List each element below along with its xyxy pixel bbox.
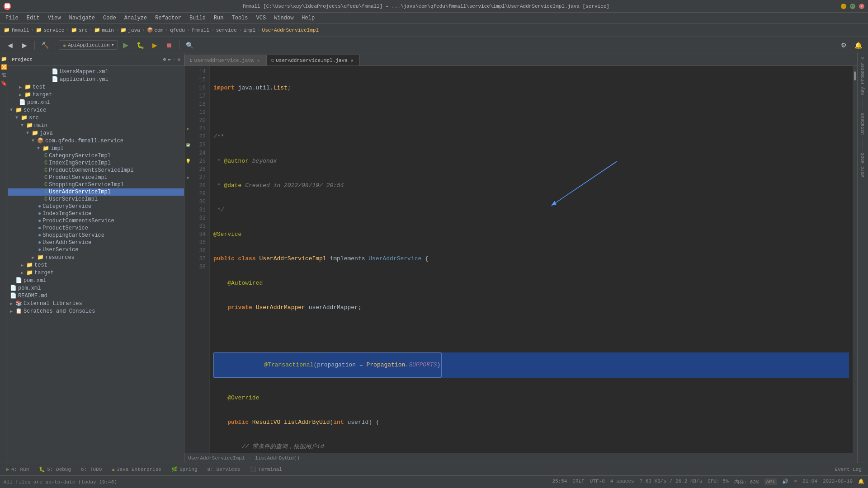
tab-useraddr-service[interactable]: I UserAddrService.java ✕ [184,55,266,66]
menu-run[interactable]: Run [210,14,227,22]
tree-item-pom2[interactable]: 📄 pom.xml [8,277,184,284]
menu-navigate[interactable]: Navigate [65,14,99,22]
tree-item-useraddr-impl[interactable]: C UserAddrServiceImpl [8,188,184,196]
nav-fmmall2[interactable]: fmmall [192,28,210,33]
database-label[interactable]: Database [859,111,866,136]
tree-item-indeximg-iface[interactable]: ● IndexImgService [8,210,184,217]
word-book-label[interactable]: Word Book [859,151,866,179]
nav-qfedu[interactable]: qfedu [170,28,185,33]
gear-icon[interactable]: ⚙ [163,56,166,62]
menu-refactor[interactable]: Refactor [151,14,185,22]
nav-main[interactable]: 📁 main [94,27,113,33]
bookmark-icon[interactable]: 🔖 [0,80,8,87]
tree-item-application-yml[interactable]: 📄 application.yml [8,75,184,83]
tree-item-category-iface[interactable]: ● CategoryService [8,203,184,210]
tree-item-scratches[interactable]: ▶ 📋 Scratches and Consoles [8,307,184,315]
tree-item-service[interactable]: ▼ 📁 service [8,106,184,114]
forward-button[interactable]: ▶ [18,39,31,52]
notification-icon[interactable]: 🔔 [858,479,864,485]
tree-item-user-impl[interactable]: C UserServiceImpl [8,196,184,203]
tree-item-product-impl[interactable]: C ProductServiceImpl [8,174,184,181]
volume-icon[interactable]: 🔊 [782,479,788,485]
stop-button[interactable]: ⏹ [163,39,175,52]
keyboard-icon[interactable]: ⌨ [794,479,797,485]
tree-item-src[interactable]: ▼ 📁 src [8,114,184,122]
tab-close-icon[interactable]: ✕ [256,58,261,63]
nav-service2[interactable]: service [216,28,237,33]
nav-impl[interactable]: impl [244,28,255,33]
expand-icon[interactable]: ⇔ [168,56,171,62]
encoding[interactable]: UTF-8 [590,479,605,485]
vcs-icon[interactable]: 🔀 [0,63,8,70]
nav-class[interactable]: UserAddrServiceImpl [262,28,319,33]
tree-item-test[interactable]: ▶ 📁 test [8,83,184,91]
notifications-button[interactable]: 🔔 [852,39,864,52]
menu-tools[interactable]: Tools [228,14,252,22]
tab-close-icon[interactable]: ✕ [349,58,355,63]
run-button[interactable]: ▶ [119,39,132,52]
menu-file[interactable]: File [2,14,22,22]
line-ending[interactable]: CRLF [572,479,584,485]
key-promoter-label[interactable]: Key Promoter X [859,55,866,97]
menu-analyze[interactable]: Analyze [121,14,151,22]
tree-item-category-impl[interactable]: C CategoryServiceImpl [8,152,184,160]
tree-item-ext-libs[interactable]: ▶ 📚 External Libraries [8,300,184,307]
tree-item-productcomments-impl[interactable]: C ProductCommentsServiceImpl [8,167,184,174]
tree-item-productcomments-iface[interactable]: ● ProductCommentsService [8,217,184,225]
menu-window[interactable]: Window [270,14,297,22]
menu-build[interactable]: Build [186,14,209,22]
nav-java[interactable]: 📁 java [120,27,140,33]
tree-item-shoppingcart-iface[interactable]: ● ShoppingCartService [8,232,184,239]
tree-item-main[interactable]: ▼ 📁 main [8,122,184,129]
nav-src[interactable]: 📁 src [71,27,88,33]
tree-item-pom-first[interactable]: 📄 pom.xml [8,99,184,106]
tree-item-indeximg-impl[interactable]: C IndexImgServiceImpl [8,160,184,167]
tree-item-test2[interactable]: ▶ 📁 test [8,261,184,269]
settings-button[interactable]: ⚙ [837,39,850,52]
tab-event-log[interactable]: Event Log [830,466,866,473]
menu-vcs[interactable]: VCS [253,14,270,22]
back-button[interactable]: ◀ [4,39,16,52]
structure-icon[interactable]: 🏗 [0,71,8,79]
build-button[interactable]: 🔨 [38,39,51,52]
maximize-button[interactable]: □ [850,4,855,9]
tree-item-target[interactable]: ▶ 📁 target [8,91,184,99]
tree-item-user-iface[interactable]: ● UserService [8,246,184,253]
tab-services[interactable]: 8: Services [203,466,245,473]
coverage-button[interactable]: ▶ [148,39,161,52]
tree-item-package[interactable]: ▼ 📦 com.qfedu.fmmall.service [8,137,184,145]
tree-item-shoppingcart-impl[interactable]: C ShoppingCartServiceImpl [8,181,184,188]
close-button[interactable]: ✕ [859,4,864,9]
nav-com[interactable]: 📦 com [147,27,164,33]
debug-button[interactable]: 🐛 [134,39,146,52]
close-sidebar-icon[interactable]: ✕ [177,56,180,62]
gutter-run-27[interactable]: ▶ [184,174,192,182]
code-editor[interactable]: ▶ 💡 ▶ [184,66,857,453]
menu-view[interactable]: View [44,14,65,22]
indent[interactable]: 4 spaces [610,479,634,485]
gutter-run-21[interactable]: ▶ [184,125,192,133]
collapse-icon[interactable]: ≡ [173,56,176,62]
tab-debug[interactable]: 🐛 5: Debug [34,465,75,473]
tab-java-enterprise[interactable]: ☕ Java Enterprise [107,465,166,473]
tree-item-pom3[interactable]: 📄 pom.xml [8,284,184,292]
menu-help[interactable]: Help [298,14,318,22]
tab-spring[interactable]: 🌿 Spring [167,465,202,473]
tree-item-users-mapper[interactable]: 📄 UsersMapper.xml [8,68,184,75]
tab-run[interactable]: ▶ 4: Run [2,465,33,473]
run-configuration[interactable]: ☕ ApiApplication ▼ [59,40,118,50]
tree-item-resources[interactable]: ▶ 📁 resources [8,253,184,261]
menu-edit[interactable]: Edit [23,14,43,22]
search-everywhere-button[interactable]: 🔍 [183,39,196,52]
nav-fmmall[interactable]: 📁 fmmall [4,27,29,33]
tree-item-product-iface[interactable]: ● ProductService [8,225,184,232]
tree-item-readme[interactable]: 📄 README.md [8,292,184,300]
tree-item-target2[interactable]: ▶ 📁 target [8,269,184,277]
tab-terminal[interactable]: ⬛ Terminal [245,465,287,473]
nav-service[interactable]: 📁 service [36,27,64,33]
project-icon[interactable]: 📁 [0,55,8,62]
tab-todo[interactable]: 6: TODO [76,466,106,473]
tree-item-useraddr-iface[interactable]: ● UserAddrService [8,239,184,246]
cursor-position[interactable]: 25:54 [552,479,567,485]
tab-useraddr-service-impl[interactable]: C UserAddrServiceImpl.java ✕ [266,55,360,66]
